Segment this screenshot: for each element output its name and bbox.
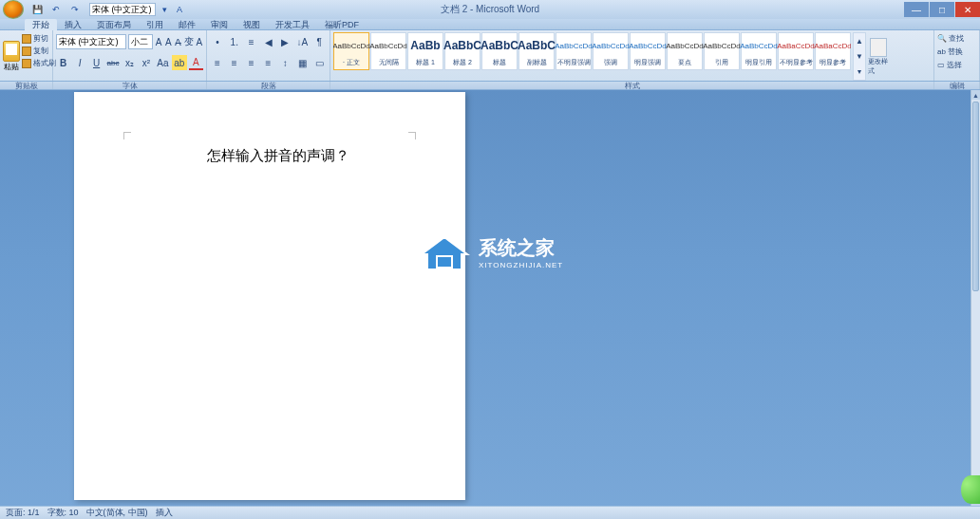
close-button[interactable]: ✕	[955, 2, 980, 17]
clear-formatting-button[interactable]: A̶	[175, 34, 182, 49]
style-preview: AaBbCcDd	[555, 35, 593, 56]
style-明显参考[interactable]: AaBaCcDd明显参考	[815, 32, 851, 70]
decrease-indent-button[interactable]: ◀	[261, 34, 276, 49]
tab-developer[interactable]: 开发工具	[268, 19, 317, 30]
shrink-font-button[interactable]: A	[164, 34, 172, 49]
qat-font-input[interactable]	[89, 3, 156, 16]
tab-foxit-pdf[interactable]: 福昕PDF	[317, 19, 367, 30]
justify-button[interactable]: ≡	[261, 55, 276, 70]
tab-page-layout[interactable]: 页面布局	[89, 19, 139, 30]
style-name-label: 标题 1	[416, 58, 435, 67]
change-styles-button[interactable]: 更改样式	[868, 32, 889, 81]
tab-review[interactable]: 审阅	[203, 19, 236, 30]
style-不明显强调[interactable]: AaBbCcDd不明显强调	[556, 32, 592, 70]
office-button[interactable]	[3, 0, 24, 19]
italic-button[interactable]: I	[72, 55, 86, 70]
style-强调[interactable]: AaBbCcDd强调	[593, 32, 629, 70]
status-insert-mode[interactable]: 插入	[156, 507, 173, 519]
style-preview: AaBaCcDd	[777, 35, 815, 56]
numbering-button[interactable]: 1.	[227, 34, 242, 49]
style-引用[interactable]: AaBbCcDd引用	[704, 32, 740, 70]
superscript-button[interactable]: x²	[139, 55, 153, 70]
align-right-button[interactable]: ≡	[244, 55, 259, 70]
grow-font-button[interactable]: A	[155, 34, 162, 49]
tab-mailings[interactable]: 邮件	[171, 19, 203, 30]
qat-redo[interactable]: ↷	[68, 3, 82, 16]
format-painter-icon	[22, 59, 31, 68]
vertical-scrollbar[interactable]: ▲ ▼	[971, 90, 980, 506]
qat-undo[interactable]: ↶	[49, 3, 63, 16]
ribbon-tabs: 开始 插入 页面布局 引用 邮件 审阅 视图 开发工具 福昕PDF	[0, 19, 980, 30]
style-标题1[interactable]: AaBb标题 1	[407, 32, 443, 70]
style-明显引用[interactable]: AaBbCcDd明显引用	[741, 32, 777, 70]
multilevel-list-button[interactable]: ≡	[244, 34, 259, 49]
document-page[interactable]: 怎样输入拼音的声调？	[74, 92, 465, 500]
increase-indent-button[interactable]: ▶	[277, 34, 292, 49]
window-title: 文档 2 - Microsoft Word	[441, 3, 539, 16]
show-marks-button[interactable]: ¶	[311, 34, 327, 49]
gallery-more-button[interactable]: ▾	[854, 65, 865, 80]
style-preview: AaBbCcDd	[629, 35, 667, 56]
status-page[interactable]: 页面: 1/1	[6, 507, 40, 519]
status-words[interactable]: 字数: 10	[47, 507, 79, 519]
paste-button[interactable]: 粘贴	[3, 32, 20, 81]
find-icon: 🔍	[937, 34, 947, 43]
style-标题2[interactable]: AaBbC标题 2	[444, 32, 481, 70]
align-left-button[interactable]: ≡	[210, 55, 225, 70]
qat-save[interactable]: 💾	[30, 3, 44, 16]
gallery-down-button[interactable]: ▼	[854, 48, 865, 64]
paste-icon	[3, 41, 20, 62]
scroll-thumb[interactable]	[972, 102, 979, 291]
qat-clear-format[interactable]: A	[173, 3, 186, 16]
subscript-button[interactable]: x₂	[122, 55, 137, 70]
align-center-button[interactable]: ≡	[227, 55, 242, 70]
copy-button[interactable]: 复制	[22, 45, 56, 57]
style-明显强调[interactable]: AaBbCcDd明显强调	[630, 32, 666, 70]
maximize-button[interactable]: □	[930, 2, 954, 17]
tab-insert[interactable]: 插入	[57, 19, 89, 30]
style-标题[interactable]: AaBbC标题	[481, 32, 518, 70]
tab-view[interactable]: 视图	[236, 19, 268, 30]
document-area[interactable]: 怎样输入拼音的声调？	[0, 90, 971, 506]
status-language[interactable]: 中文(简体, 中国)	[86, 507, 148, 519]
bullets-button[interactable]: •	[210, 34, 225, 49]
margin-mark-tl	[123, 132, 131, 139]
phonetic-guide-button[interactable]: 变	[184, 34, 194, 49]
style-name-label: 标题 2	[453, 58, 472, 67]
minimize-button[interactable]: —	[904, 2, 929, 17]
format-painter-button[interactable]: 格式刷	[22, 57, 56, 69]
style-正文[interactable]: AaBbCcDd· 正文	[333, 32, 369, 70]
style-name-label: 明显强调	[634, 58, 661, 67]
underline-button[interactable]: U	[89, 55, 104, 70]
document-text[interactable]: 怎样输入拼音的声调？	[207, 147, 349, 165]
borders-button[interactable]: ▭	[311, 55, 327, 70]
line-spacing-button[interactable]: ↕	[277, 55, 292, 70]
char-border-button[interactable]: A	[196, 34, 203, 49]
sort-button[interactable]: ↓A	[294, 34, 310, 49]
scroll-up-button[interactable]: ▲	[971, 90, 980, 100]
font-name-combo[interactable]	[56, 34, 126, 49]
style-要点[interactable]: AaBbCcDd要点	[667, 32, 703, 70]
assistant-bubble[interactable]	[961, 475, 980, 504]
tab-home[interactable]: 开始	[25, 19, 57, 30]
font-color-button[interactable]: A	[189, 55, 203, 70]
style-不明显参考[interactable]: AaBaCcDd不明显参考	[778, 32, 814, 70]
group-font: A A A̶ 变 A B I U abc x₂ x² Aa ab A	[53, 30, 207, 81]
cut-button[interactable]: 剪切	[22, 32, 56, 45]
strikethrough-button[interactable]: abc	[105, 55, 120, 70]
highlight-button[interactable]: ab	[172, 55, 186, 70]
qat-font-dropdown[interactable]: ▾	[158, 3, 171, 16]
change-case-button[interactable]: Aa	[156, 55, 170, 70]
style-preview: AaBbCcDd	[369, 35, 407, 56]
find-button[interactable]: 🔍查找	[937, 32, 964, 45]
bold-button[interactable]: B	[56, 55, 70, 70]
style-副标题[interactable]: AaBbC副标题	[518, 32, 555, 70]
shading-button[interactable]: ▦	[294, 55, 310, 70]
change-styles-label: 更改样式	[868, 57, 889, 76]
select-button[interactable]: ▭选择	[937, 59, 964, 71]
font-size-combo[interactable]	[128, 34, 153, 49]
tab-references[interactable]: 引用	[139, 19, 171, 30]
replace-button[interactable]: ab替换	[937, 46, 964, 58]
gallery-up-button[interactable]: ▲	[854, 33, 865, 48]
style-无间隔[interactable]: AaBbCcDd无间隔	[370, 32, 406, 70]
